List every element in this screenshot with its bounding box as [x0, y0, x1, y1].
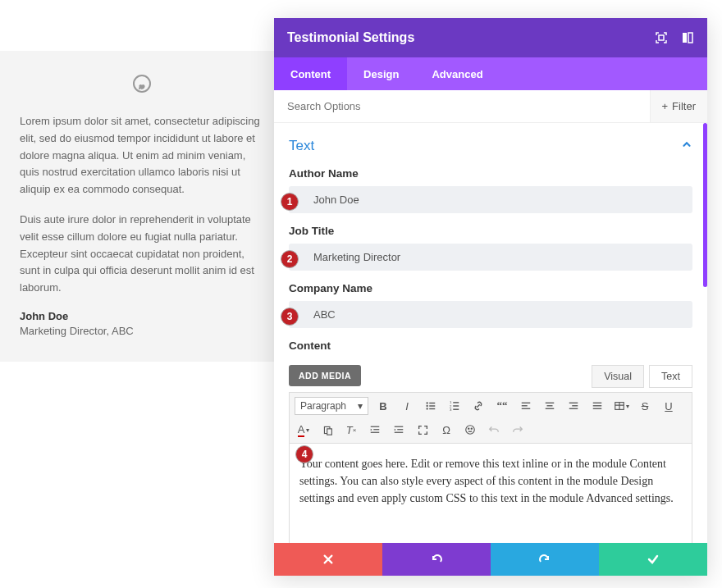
svg-rect-6 [429, 403, 435, 403]
undo-icon[interactable] [485, 421, 503, 439]
undo-button[interactable] [382, 543, 491, 576]
svg-point-38 [466, 426, 475, 435]
svg-rect-23 [569, 403, 578, 403]
annotation-badge-2: 2 [281, 250, 299, 268]
svg-rect-37 [395, 432, 404, 433]
chevron-up-icon [681, 139, 692, 153]
tab-content[interactable]: Content [274, 57, 347, 90]
editor-mode-visual[interactable]: Visual [592, 365, 644, 388]
content-editor: ADD MEDIA Visual Text Paragraph ▾ B I 12… [274, 365, 707, 543]
editor-mode-text[interactable]: Text [649, 365, 692, 388]
svg-rect-16 [453, 409, 459, 410]
plus-icon: + [662, 100, 669, 112]
format-dropdown-label: Paragraph [300, 400, 346, 412]
field-company-name: Company Name 3 [274, 277, 707, 335]
snap-icon[interactable] [681, 31, 694, 44]
scrollbar-thumb[interactable] [703, 123, 707, 287]
emoji-icon[interactable] [461, 421, 479, 439]
svg-text:3: 3 [450, 408, 452, 412]
align-center-icon[interactable] [541, 397, 559, 415]
panel-title: Testimonial Settings [287, 30, 414, 45]
search-input[interactable] [274, 100, 650, 112]
search-row: + Filter [274, 90, 707, 123]
chevron-down-icon: ▾ [358, 400, 363, 412]
svg-rect-32 [371, 426, 380, 427]
clear-formatting-icon[interactable]: T× [342, 421, 360, 439]
svg-point-7 [426, 405, 427, 407]
section-text-header[interactable]: Text [274, 131, 707, 162]
align-left-icon[interactable] [517, 397, 535, 415]
testimonial-role: Marketing Director, ABC [20, 325, 264, 337]
svg-rect-2 [659, 35, 664, 40]
tab-design[interactable]: Design [347, 57, 415, 90]
svg-rect-19 [522, 408, 531, 409]
bullet-list-icon[interactable] [422, 397, 440, 415]
add-media-button[interactable]: ADD MEDIA [289, 365, 361, 386]
svg-rect-8 [429, 405, 435, 406]
cancel-button[interactable] [274, 543, 382, 576]
format-dropdown[interactable]: Paragraph ▾ [295, 397, 368, 415]
svg-rect-4 [688, 33, 692, 43]
svg-rect-21 [547, 405, 553, 406]
italic-icon[interactable]: I [398, 397, 416, 415]
align-justify-icon[interactable] [588, 397, 606, 415]
text-color-icon[interactable]: A▾ [295, 421, 313, 439]
job-title-input[interactable] [289, 244, 692, 271]
svg-rect-27 [593, 405, 602, 406]
section-title: Text [289, 138, 314, 154]
company-name-label: Company Name [289, 282, 692, 294]
svg-point-40 [471, 428, 472, 429]
strikethrough-icon[interactable]: S [636, 397, 654, 415]
fullscreen-icon[interactable] [414, 421, 432, 439]
author-name-input[interactable] [289, 186, 692, 213]
redo-icon[interactable] [509, 421, 527, 439]
testimonial-paragraph: Duis aute irure dolor in reprehenderit i… [20, 212, 264, 297]
svg-rect-35 [395, 426, 404, 427]
svg-rect-10 [429, 408, 435, 409]
job-title-label: Job Title [289, 225, 692, 237]
svg-point-5 [426, 402, 427, 403]
svg-rect-17 [522, 403, 531, 403]
field-content: Content [274, 335, 707, 365]
svg-rect-22 [546, 408, 555, 409]
svg-text:,,: ,, [139, 78, 144, 89]
underline-icon[interactable]: U [660, 397, 678, 415]
panel-tabs: Content Design Advanced [274, 57, 707, 90]
filter-button[interactable]: + Filter [650, 90, 707, 122]
link-icon[interactable] [469, 397, 487, 415]
special-char-icon[interactable]: Ω [437, 421, 455, 439]
expand-icon[interactable] [655, 31, 668, 44]
svg-rect-3 [683, 33, 687, 43]
redo-button[interactable] [491, 543, 599, 576]
save-button[interactable] [599, 543, 707, 576]
company-name-input[interactable] [289, 301, 692, 328]
align-right-icon[interactable] [564, 397, 583, 415]
content-label: Content [289, 340, 692, 352]
outdent-icon[interactable] [366, 421, 384, 439]
settings-panel: Testimonial Settings Content Design Adva… [274, 18, 707, 576]
annotation-badge-1: 1 [281, 193, 299, 211]
svg-rect-36 [397, 429, 403, 430]
annotation-badge-3: 3 [281, 308, 299, 326]
blockquote-icon[interactable]: ““ [493, 397, 511, 415]
testimonial-paragraph: Lorem ipsum dolor sit amet, consectetur … [20, 113, 264, 198]
paste-icon[interactable] [318, 421, 336, 439]
svg-rect-28 [593, 408, 602, 409]
indent-icon[interactable] [390, 421, 408, 439]
bold-icon[interactable]: B [374, 397, 392, 415]
svg-rect-34 [371, 432, 380, 433]
numbered-list-icon[interactable]: 123 [446, 397, 464, 415]
content-textarea[interactable]: Your content goes here. Edit or remove t… [289, 444, 692, 543]
panel-header: Testimonial Settings [274, 18, 707, 57]
tab-advanced[interactable]: Advanced [415, 57, 499, 90]
svg-rect-14 [453, 405, 459, 406]
svg-rect-25 [569, 408, 578, 409]
panel-body: Text Author Name 1 Job Title 2 Company N… [274, 123, 707, 543]
quote-icon: ,, [20, 74, 264, 98]
testimonial-author: John Doe [20, 310, 264, 322]
svg-rect-26 [593, 403, 602, 403]
author-name-label: Author Name [289, 167, 692, 180]
svg-rect-33 [373, 429, 379, 430]
table-icon[interactable]: ▾ [612, 397, 630, 415]
field-job-title: Job Title 2 [274, 220, 707, 277]
